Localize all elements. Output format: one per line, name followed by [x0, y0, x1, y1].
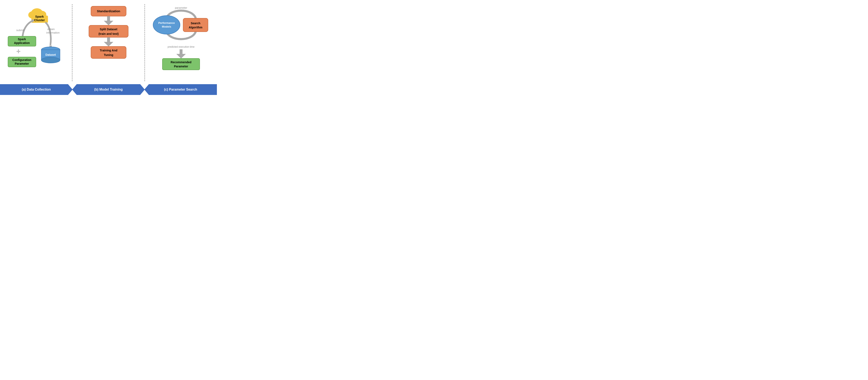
svg-rect-16: [91, 47, 126, 58]
section-c: parameter Performance Models Search Algo…: [145, 2, 217, 83]
banner-b: (b) Model Training: [72, 84, 145, 95]
svg-marker-12: [104, 21, 113, 25]
bottom-banner: (a) Data Collection (b) Model Training (…: [0, 84, 217, 95]
section-b: Standardization Split Dataset (train and…: [72, 2, 145, 83]
spark-cluster-text2: Cluster: [34, 18, 45, 22]
main-container: Spark Cluster submit obtain information …: [0, 0, 217, 95]
banner-c: (c) Parameter Search: [145, 84, 217, 95]
banner-b-label: (b) Model Training: [94, 88, 123, 91]
standardization-label: Standardization: [97, 9, 120, 13]
spark-cluster-text: Spark: [35, 15, 44, 18]
banner-a-label: (a) Data Collection: [22, 88, 51, 91]
dataset-label: Dataset: [45, 53, 56, 56]
banner-c-label: (c) Parameter Search: [164, 88, 197, 91]
obtain-label2: information: [46, 31, 60, 34]
spark-app-label2: Application: [14, 41, 30, 45]
training-label2: Tuning: [104, 53, 113, 57]
section-c-svg: parameter Performance Models Search Algo…: [150, 4, 212, 77]
config-param-label2: Parameter: [15, 62, 29, 65]
spark-app-label: Spark: [18, 37, 26, 41]
search-algo-label2: Algorithm: [188, 26, 202, 29]
pred-exec-label: predicted execution time: [167, 46, 194, 48]
perf-models-label: Performance: [158, 21, 175, 25]
svg-rect-21: [180, 49, 183, 54]
perf-models-label2: Models: [162, 25, 171, 28]
submit-label: submit: [17, 29, 25, 32]
training-label: Training And: [100, 49, 117, 52]
svg-marker-22: [176, 54, 186, 58]
svg-rect-14: [107, 37, 110, 42]
banner-a: (a) Data Collection: [0, 84, 72, 95]
section-a-svg: Spark Cluster submit obtain information …: [3, 4, 69, 77]
param-top-label: parameter: [175, 6, 187, 9]
plus-sign: +: [17, 47, 21, 56]
section-a: Spark Cluster submit obtain information …: [0, 2, 72, 83]
recommended-label: Recommended: [170, 61, 191, 64]
svg-rect-23: [162, 58, 200, 70]
split-label: Split Dataset: [100, 28, 117, 31]
obtain-label: obtain: [48, 28, 55, 31]
recommended-label2: Parameter: [174, 65, 188, 68]
diagram-area: Spark Cluster submit obtain information …: [0, 0, 217, 83]
search-algo-label: Search: [191, 22, 200, 25]
svg-point-19: [153, 16, 180, 34]
svg-rect-20: [183, 18, 208, 32]
svg-rect-11: [107, 16, 110, 21]
svg-marker-15: [104, 42, 113, 47]
svg-rect-13: [89, 25, 128, 37]
svg-point-9: [41, 57, 60, 63]
section-b-svg: Standardization Split Dataset (train and…: [86, 4, 131, 77]
split-label2: (train and test): [98, 32, 119, 35]
config-param-label: Configuration: [12, 58, 31, 62]
